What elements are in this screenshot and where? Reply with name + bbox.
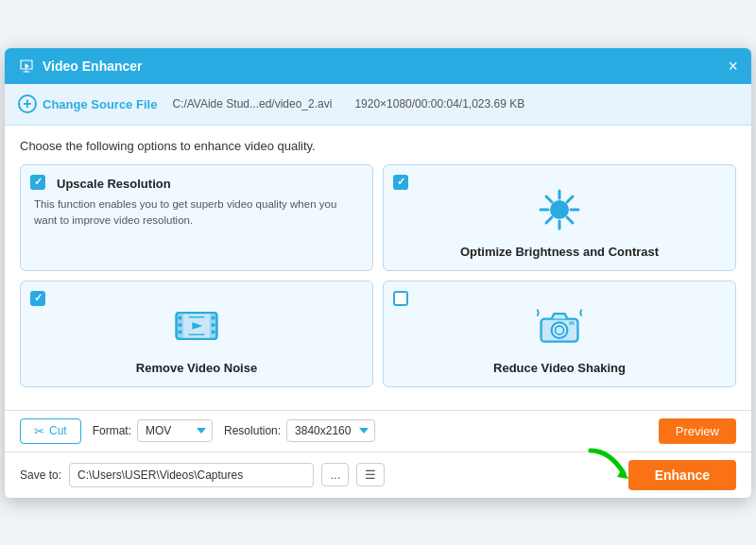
content-area: Choose the following options to enhance … xyxy=(5,126,751,410)
plus-circle-icon: + xyxy=(18,94,37,113)
format-label: Format: xyxy=(93,424,131,437)
title-bar: Video Enhancer × xyxy=(5,48,751,84)
list-button[interactable]: ☰ xyxy=(356,463,385,486)
bottom-bar: Save to: ... ☰ Enhance xyxy=(5,451,751,498)
window-title: Video Enhancer xyxy=(43,59,143,74)
checkbox-shaking[interactable]: ✓ xyxy=(393,291,408,306)
sun-icon xyxy=(536,186,583,239)
resolution-select[interactable]: 3840x2160 1920x1080 1280x720 xyxy=(286,419,375,442)
change-source-label: Change Source File xyxy=(43,97,157,111)
instruction-text: Choose the following options to enhance … xyxy=(20,139,736,153)
video-enhancer-window: Video Enhancer × + Change Source File C:… xyxy=(5,48,751,498)
svg-rect-18 xyxy=(212,323,215,327)
svg-point-25 xyxy=(555,326,563,334)
option-card-brightness: ✓ xyxy=(383,164,736,271)
svg-line-7 xyxy=(567,217,573,223)
file-meta: 1920×1080/00:00:04/1,023.69 KB xyxy=(354,97,524,111)
settings-toolbar: ✂ Cut Format: MOV MP4 AVI Resolution: 38… xyxy=(5,410,751,451)
option-title-upscale: Upscale Resolution xyxy=(57,177,171,191)
file-path: C:/AVAide Stud...ed/video_2.avi xyxy=(172,97,332,111)
checkmark-brightness: ✓ xyxy=(397,176,405,188)
format-select[interactable]: MOV MP4 AVI xyxy=(137,419,213,442)
option-desc-upscale: This function enables you to get superb … xyxy=(34,196,359,230)
save-path-input[interactable] xyxy=(69,463,314,487)
svg-line-9 xyxy=(546,217,552,223)
svg-rect-16 xyxy=(179,330,182,333)
camera-icon xyxy=(536,302,583,355)
checkmark-upscale: ✓ xyxy=(34,176,43,188)
svg-rect-14 xyxy=(179,315,182,319)
arrow-indicator xyxy=(581,443,638,488)
title-bar-left: Video Enhancer xyxy=(18,58,143,75)
option-title-shaking: Reduce Video Shaking xyxy=(493,361,626,375)
change-source-button[interactable]: + Change Source File xyxy=(18,94,157,113)
scissors-icon: ✂ xyxy=(34,424,44,438)
resolution-group: Resolution: 3840x2160 1920x1080 1280x720 xyxy=(224,419,375,442)
enhance-button[interactable]: Enhance xyxy=(628,460,736,490)
cut-label: Cut xyxy=(49,424,67,437)
option-card-upscale: ✓ Upscale Resolution This function enabl… xyxy=(20,164,373,271)
checkmark-noise: ✓ xyxy=(34,292,43,304)
checkbox-upscale[interactable]: ✓ xyxy=(30,175,45,190)
svg-rect-17 xyxy=(212,315,215,319)
checkbox-brightness[interactable]: ✓ xyxy=(393,175,408,190)
option-card-noise: ✓ xyxy=(20,281,373,387)
svg-line-8 xyxy=(567,196,573,202)
options-grid: ✓ Upscale Resolution This function enabl… xyxy=(20,164,736,387)
preview-button[interactable]: Preview xyxy=(659,418,736,444)
browse-button[interactable]: ... xyxy=(321,463,349,486)
close-button[interactable]: × xyxy=(728,58,738,75)
noise-inner: Remove Video Noise xyxy=(34,293,359,375)
svg-marker-0 xyxy=(26,63,30,69)
option-title-brightness: Optimize Brightness and Contrast xyxy=(460,245,659,259)
svg-rect-26 xyxy=(569,321,575,325)
format-group: Format: MOV MP4 AVI xyxy=(93,419,213,442)
option-top: ✓ Upscale Resolution xyxy=(34,177,359,191)
checkbox-noise[interactable]: ✓ xyxy=(30,291,45,306)
svg-line-6 xyxy=(546,196,552,202)
cut-button[interactable]: ✂ Cut xyxy=(20,418,81,444)
shaking-inner: Reduce Video Shaking xyxy=(397,293,722,375)
app-icon xyxy=(18,58,35,75)
svg-rect-15 xyxy=(179,323,182,327)
save-label: Save to: xyxy=(20,468,61,482)
option-card-shaking: ✓ xyxy=(383,281,736,387)
resolution-label: Resolution: xyxy=(224,424,281,437)
svg-rect-19 xyxy=(212,330,215,333)
option-title-noise: Remove Video Noise xyxy=(136,361,257,375)
file-toolbar: + Change Source File C:/AVAide Stud...ed… xyxy=(5,84,751,126)
film-icon xyxy=(173,302,220,355)
brightness-inner: Optimize Brightness and Contrast xyxy=(397,177,722,259)
